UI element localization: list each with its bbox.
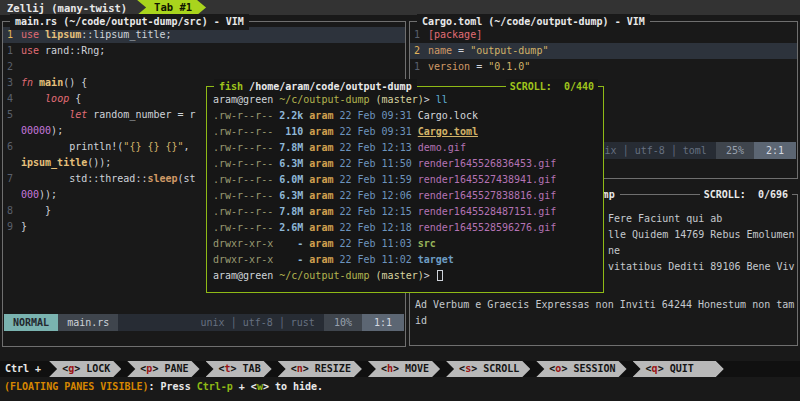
code-token: rand::Rng;: [39, 45, 105, 56]
code-token: }: [21, 221, 27, 232]
key-label: > LOCK: [74, 363, 110, 374]
ls-size: 7.8M: [279, 206, 309, 217]
key-label: > MOVE: [393, 363, 429, 374]
keybind-ribbon-lock[interactable]: <g> LOCK: [49, 361, 121, 377]
vim-mode-indicator: NORMAL: [4, 314, 58, 331]
code-token: let: [69, 109, 87, 120]
scroll-indicator-bottom: SCROLL: 0/696: [700, 187, 792, 203]
code-token: random_number = r: [87, 109, 195, 120]
ls-date: 22 Feb 12:06: [339, 190, 417, 201]
ls-owner: aram: [309, 174, 339, 185]
ls-date: 22 Feb 12:13: [339, 142, 417, 153]
keybind-ribbon-quit[interactable]: <q> QUIT: [633, 361, 724, 377]
ls-permissions: .rw-r--r--: [213, 110, 279, 121]
line-number: 5: [3, 107, 21, 123]
statusline-fill: [118, 314, 191, 331]
fish-command-label: fish: [219, 81, 249, 92]
tab-1[interactable]: Tab #1: [137, 0, 206, 15]
code-token: println!(: [21, 141, 123, 152]
code-token: fn: [21, 77, 33, 88]
code-token: [21, 109, 69, 120]
prompt-command: ll: [436, 94, 448, 105]
prompt-path: ~/c/output-dump: [273, 94, 369, 105]
ls-filename: render1645526836453.gif: [418, 158, 556, 169]
ls-date: 22 Feb 11:03: [339, 238, 417, 249]
prompt-path: ~/c/output-dump: [273, 270, 369, 281]
ls-row: .rw-r--r-- 6.3M aram 22 Feb 12:06 render…: [213, 188, 599, 204]
code-line: 2: [3, 59, 405, 75]
keybind-ribbon-pane[interactable]: <p> PANE: [127, 361, 199, 377]
ls-owner: aram: [309, 126, 339, 137]
shell-prompt-line-active: aram@green ~/c/output-dump (master)>: [213, 268, 599, 284]
ls-owner: aram: [309, 238, 339, 249]
ls-filename: render1645527838816.gif: [418, 190, 556, 201]
keybind-ribbon-resize[interactable]: <n> RESIZE: [278, 361, 362, 377]
code-token: name: [428, 45, 452, 56]
hint-press: Press: [161, 381, 197, 392]
code-token: ,: [184, 141, 190, 152]
code-token: 000: [21, 189, 39, 200]
code-line-current: 2name = "output-dump": [410, 43, 797, 59]
floating-shell-pane[interactable]: fish /home/aram/code/output-dump SCROLL:…: [206, 86, 604, 293]
prompt-user-host: aram@green: [213, 94, 273, 105]
scroll-indicator-floating: SCROLL: 0/440: [506, 79, 598, 95]
code-token: (st: [178, 173, 196, 184]
keybind-ribbon-scroll[interactable]: <s> SCROLL: [446, 361, 530, 377]
ls-size: -: [279, 254, 309, 265]
floating-panes-hint-bar: (FLOATING PANES VISIBLE): Press Ctrl-p +…: [0, 379, 800, 395]
ls-owner: aram: [309, 254, 339, 265]
lorem-text-line: Ad Verbum e Graecis Expressas non Inviti…: [415, 297, 794, 313]
line-number: 2: [410, 43, 428, 59]
line-number: 9: [3, 219, 21, 235]
ls-date: 22 Feb 11:02: [339, 254, 417, 265]
keybind-ribbon-session[interactable]: <o> SESSION: [536, 361, 626, 377]
zellij-top-bar: Zellij (many-twist) Tab #1: [0, 0, 800, 15]
code-token: ::lipsum_title;: [81, 29, 171, 40]
ls-date: 22 Feb 09:31: [339, 110, 417, 121]
key-label: > RESIZE: [303, 363, 351, 374]
line-number: 8: [3, 203, 21, 219]
ls-size: 6.0M: [279, 174, 309, 185]
ls-row: drwxr-xr-x - aram 22 Feb 11:02 target: [213, 252, 599, 268]
terminal-output[interactable]: aram@green ~/c/output-dump (master)> ll.…: [213, 92, 599, 284]
vim-statusline-main-rs: NORMAL main.rs unix │ utf-8 │ rust 10% 1…: [4, 314, 404, 331]
ls-owner: aram: [309, 142, 339, 153]
ls-row: .rw-r--r-- 110 aram 22 Feb 09:31 Cargo.t…: [213, 124, 599, 140]
ls-owner: aram: [309, 222, 339, 233]
ls-permissions: drwxr-xr-x: [213, 254, 279, 265]
code-token: "output-dump": [470, 45, 548, 56]
line-number: 4: [3, 91, 21, 107]
ls-row: .rw-r--r-- 6.3M aram 22 Feb 11:50 render…: [213, 156, 599, 172]
ls-permissions: .rw-r--r--: [213, 174, 279, 185]
ls-permissions: .rw-r--r--: [213, 190, 279, 201]
hint-colon: :: [149, 381, 161, 392]
statusline-position: 1:1: [362, 314, 404, 331]
keybind-ribbon-move[interactable]: <h> MOVE: [368, 361, 440, 377]
code-token: () {: [63, 77, 87, 88]
ls-size: 6.3M: [279, 158, 309, 169]
ls-size: 7.8M: [279, 142, 309, 153]
code-token: version: [428, 61, 470, 72]
code-token: use: [21, 29, 39, 40]
code-token: lipsum: [45, 29, 81, 40]
line-number: 1: [410, 59, 428, 75]
ls-permissions: .rw-r--r--: [213, 142, 279, 153]
line-number: 2: [3, 59, 21, 75]
statusline-position: 2:1: [754, 142, 796, 159]
key-label: > PANE: [152, 363, 188, 374]
code-token: ());: [87, 157, 111, 168]
code-token: ipsum_title: [21, 157, 87, 168]
ls-date: 22 Feb 09:31: [339, 126, 417, 137]
key-label: > TAB: [231, 363, 261, 374]
prompt-symbol: >: [424, 94, 436, 105]
code-token: "{} {} {}": [123, 141, 183, 152]
ls-date: 22 Feb 12:18: [339, 222, 417, 233]
terminal-cursor[interactable]: [437, 270, 443, 281]
ls-row: .rw-r--r-- 7.8M aram 22 Feb 12:15 render…: [213, 204, 599, 220]
code-area-cargo-toml[interactable]: 1[package]2name = "output-dump"1version …: [410, 27, 797, 75]
lorem-text-line: vitatibus Dediti 89106 Bene Viv: [608, 259, 795, 275]
line-number: 7: [3, 171, 21, 187]
keybind-ribbon-tab[interactable]: <t> TAB: [206, 361, 272, 377]
statusline-fileinfo: unix │ utf-8 │ rust: [191, 314, 323, 331]
ls-filename: render1645528487151.gif: [418, 206, 556, 217]
